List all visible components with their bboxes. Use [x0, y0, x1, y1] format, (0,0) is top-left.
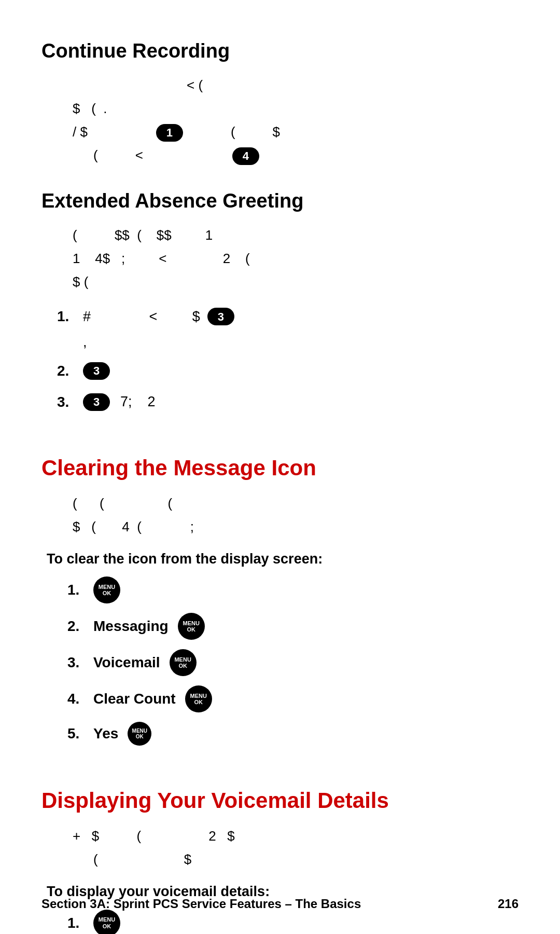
line3-pill1: 1: [156, 122, 183, 142]
clearing-step-2-num: 2.: [67, 615, 93, 637]
ext-step-3-num: 3.: [57, 391, 83, 413]
line4-text1: (: [93, 145, 98, 166]
clearing-step-3-num: 3.: [67, 652, 93, 674]
clearing-step-4: 4. Clear Count MENU OK: [41, 685, 519, 712]
voicemail-line2: ( $: [41, 849, 519, 870]
clearing-step-1: 1. MENU OK: [41, 576, 519, 603]
continue-recording-title: Continue Recording: [41, 36, 519, 66]
clearing-step-3: 3. Voicemail MENU OK: [41, 649, 519, 676]
continue-recording-line1: < (: [41, 75, 519, 95]
ext-line3: $ (: [41, 272, 519, 292]
footer-right: 216: [498, 895, 519, 913]
continue-recording-line2: $ ( .: [41, 99, 519, 119]
ext-step-1-subtext: ,: [41, 332, 519, 353]
clearing-step-3-menu-ok: MENU OK: [170, 649, 197, 676]
extended-absence-section: Extended Absence Greeting ( $$ ( $$ 1 1 …: [41, 186, 519, 413]
clearing-step-4-menu-ok: MENU OK: [185, 685, 212, 712]
continue-recording-section: Continue Recording < ( $ ( . / $ 1 ( $ (…: [41, 36, 519, 166]
clearing-step-4-num: 4.: [67, 688, 93, 710]
voicemail-step-1-num: 1.: [67, 912, 93, 934]
ext-step-3: 3. 3 7; 2: [41, 391, 519, 413]
ext-line2: 1 4$ ; < 2 (: [41, 249, 519, 269]
continue-recording-line3: / $ 1 ( $: [41, 122, 519, 142]
clearing-step-5: 5. Yes MENU OK: [41, 722, 519, 746]
clearing-step-5-num: 5.: [67, 723, 93, 745]
ext-step-2-pill: 3: [83, 362, 110, 380]
clearing-instruction: To clear the icon from the display scree…: [47, 548, 519, 570]
clearing-line1: ( ( (: [41, 493, 519, 514]
ext-step-2-num: 2.: [57, 360, 83, 382]
footer-left: Section 3A: Sprint PCS Service Features …: [41, 895, 361, 913]
ext-line1: ( $$ ( $$ 1: [41, 225, 519, 245]
clearing-step-3-label: Voicemail: [93, 652, 160, 674]
clearing-step-4-label: Clear Count: [93, 688, 176, 710]
clearing-message-section: Clearing the Message Icon ( ( ( $ ( 4 ( …: [41, 451, 519, 746]
extended-absence-title: Extended Absence Greeting: [41, 186, 519, 216]
ext-step-3-text: 7; 2: [120, 391, 156, 413]
clearing-step-2-menu-ok: MENU OK: [178, 613, 205, 640]
voicemail-line1: + $ ( 2 $: [41, 826, 519, 846]
clearing-step-1-num: 1.: [67, 579, 93, 601]
ext-step-2: 2. 3: [41, 360, 519, 382]
ext-step-3-pill: 3: [83, 393, 110, 411]
clearing-step-2: 2. Messaging MENU OK: [41, 613, 519, 640]
clearing-step-5-label: Yes: [93, 723, 118, 745]
ext-step-1-pill: 3: [207, 308, 234, 325]
line3-text1: / $: [73, 122, 88, 142]
line3-text2: (: [231, 122, 235, 142]
voicemail-details-title: Displaying Your Voicemail Details: [41, 784, 519, 817]
clearing-step-5-menu-ok: MENU OK: [128, 722, 151, 746]
line3-text3: $: [273, 122, 280, 142]
clearing-step-2-label: Messaging: [93, 615, 169, 637]
continue-recording-line4: ( < 4: [41, 145, 519, 166]
ext-step-1-text: # < $: [83, 306, 200, 327]
ext-step-1-num: 1.: [57, 306, 83, 327]
clearing-step-1-menu-ok: MENU OK: [93, 576, 120, 603]
clearing-message-title: Clearing the Message Icon: [41, 451, 519, 484]
line4-text2: <: [135, 145, 143, 166]
clearing-line2: $ ( 4 ( ;: [41, 517, 519, 537]
ext-step-1: 1. # < $ 3: [41, 306, 519, 327]
line4-pill2: 4: [232, 145, 259, 166]
page-footer: Section 3A: Sprint PCS Service Features …: [41, 895, 519, 913]
